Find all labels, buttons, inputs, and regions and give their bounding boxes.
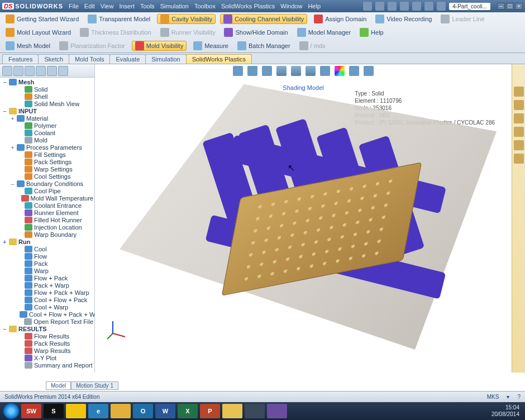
tree-mold-wall-temperature[interactable]: Mold Wall Temperature [2, 195, 93, 202]
tree-cool-warp[interactable]: Cool + Warp [2, 304, 93, 311]
cmd-show-hide-domain[interactable]: Show/Hide Domain [222, 27, 290, 37]
tree-flow[interactable]: Flow [2, 253, 93, 260]
panel-tab-icon[interactable] [13, 66, 23, 76]
taskbar-app[interactable] [245, 404, 265, 418]
cmd-getting-started-wizard[interactable]: Getting Started Wizard [3, 14, 81, 24]
cmd-cooling-channel-visibility[interactable]: Cooling Channel Visibility [220, 14, 307, 24]
menu-solidworks-plastics[interactable]: SolidWorks Plastics [221, 3, 275, 9]
model-tab-model[interactable]: Model [46, 381, 71, 390]
panel-tab-icon[interactable] [58, 66, 68, 76]
tab-simulation[interactable]: Simulation [145, 54, 186, 64]
tree-injection-location[interactable]: Injection Location [2, 224, 93, 231]
tree-open-report-text-file[interactable]: Open Report Text File [2, 318, 93, 326]
restore-button[interactable]: □ [506, 3, 514, 9]
print-icon[interactable] [400, 2, 409, 11]
taskbar-app[interactable] [222, 404, 242, 418]
cmd-transparent-model[interactable]: Transparent Model [85, 14, 152, 24]
appearances-icon[interactable] [514, 140, 524, 150]
expand-icon[interactable]: + [10, 116, 15, 122]
graphics-viewport[interactable]: Shading Model Type : Solid Element : 111… [95, 64, 512, 373]
tree-pack-warp[interactable]: Pack + Warp [2, 282, 93, 289]
start-button[interactable] [3, 403, 19, 419]
tab-sketch[interactable]: Sketch [38, 54, 69, 64]
tree-warp[interactable]: Warp [2, 268, 93, 275]
expand-icon[interactable]: + [10, 145, 15, 151]
tree-x-y-plot[interactable]: X-Y Plot [2, 355, 93, 362]
menu-insert[interactable]: Insert [119, 3, 135, 9]
cmd-mesh-model[interactable]: Mesh Model [3, 41, 52, 51]
status-dropdown-icon[interactable]: ▾ [507, 394, 509, 400]
file-explorer-icon[interactable] [514, 113, 524, 123]
tree-mold[interactable]: Mold [2, 137, 93, 144]
tab-features[interactable]: Features [2, 54, 39, 64]
menu-edit[interactable]: Edit [84, 3, 95, 9]
model-tab-motion-study-1[interactable]: Motion Study 1 [71, 381, 118, 390]
taskbar-app[interactable]: e [88, 404, 108, 418]
tree-flow-pack-warp[interactable]: Flow + Pack + Warp [2, 289, 93, 297]
new-icon[interactable] [363, 2, 372, 11]
tree-material[interactable]: +Material [2, 115, 93, 122]
status-units[interactable]: MKS [487, 394, 499, 400]
tree-fill-settings[interactable]: Fill Settings [2, 151, 93, 159]
cmd-model-manager[interactable]: Model Manager [295, 27, 353, 37]
view-palette-icon[interactable] [514, 127, 524, 137]
tree-run[interactable]: +Run [2, 238, 93, 246]
design-library-icon[interactable] [514, 100, 524, 110]
tree-solid-mesh-view[interactable]: Solid Mesh View [2, 101, 93, 108]
open-icon[interactable] [375, 2, 384, 11]
tree-filled-hot-runner[interactable]: Filled Hot Runner [2, 217, 93, 224]
tree-flow-pack[interactable]: Flow + Pack [2, 275, 93, 282]
menu-toolbox[interactable]: Toolbox [194, 3, 216, 9]
taskbar-app[interactable]: O [133, 404, 153, 418]
tree-coolant-entrance[interactable]: Coolant Entrance [2, 202, 93, 209]
tree-pack-results[interactable]: Pack Results [2, 340, 93, 347]
tree-cool-pipe[interactable]: Cool Pipe [2, 188, 93, 195]
tree-coolant[interactable]: Coolant [2, 130, 93, 137]
tab-solidworks-plastics[interactable]: SolidWorks Plastics [186, 54, 252, 64]
tree-input[interactable]: –INPUT [2, 108, 93, 115]
expand-icon[interactable]: – [2, 79, 7, 85]
taskbar-app[interactable] [267, 404, 287, 418]
taskbar-app[interactable]: SW [21, 404, 41, 418]
panel-tab-icon[interactable] [47, 66, 57, 76]
expand-icon[interactable]: + [2, 239, 7, 245]
menu-help[interactable]: Help [308, 3, 321, 9]
expand-icon[interactable]: – [10, 181, 15, 187]
tree-warp-results[interactable]: Warp Results [2, 347, 93, 355]
tree-shell[interactable]: Shell [2, 93, 93, 101]
custom-props-icon[interactable] [514, 154, 524, 164]
tree-cool-flow-pack-warp[interactable]: Cool + Flow + Pack + Warp [2, 311, 93, 318]
tree-results[interactable]: –RESULTS [2, 326, 93, 333]
tree-mesh[interactable]: –Mesh [2, 79, 93, 86]
taskbar-app[interactable]: S [44, 404, 64, 418]
tree-solid[interactable]: Solid [2, 86, 93, 93]
tree-runner-element[interactable]: Runner Element [2, 209, 93, 217]
taskbar-app[interactable]: W [155, 404, 175, 418]
taskbar-app[interactable]: P [200, 404, 220, 418]
panel-tab-icon[interactable] [2, 66, 12, 76]
taskbar-app[interactable]: X [178, 404, 198, 418]
menu-window[interactable]: Window [280, 3, 302, 9]
cmd-mold-visibility[interactable]: Mold Visibility [132, 41, 187, 51]
tree-pack[interactable]: Pack [2, 260, 93, 268]
cmd-measure[interactable]: Measure [191, 41, 231, 51]
resources-icon[interactable] [514, 87, 524, 97]
panel-tab-icon[interactable] [25, 66, 35, 76]
tree-warp-boundary[interactable]: Warp Boundary [2, 231, 93, 238]
tree-flow-results[interactable]: Flow Results [2, 333, 93, 340]
cmd-mold-layout-wizard[interactable]: Mold Layout Wizard [3, 27, 73, 37]
tree-pack-settings[interactable]: Pack Settings [2, 159, 93, 166]
panel-tab-icon[interactable] [36, 66, 46, 76]
undo-icon[interactable] [412, 2, 421, 11]
tree-polymer[interactable]: Polymer [2, 122, 93, 130]
expand-icon[interactable]: – [2, 108, 7, 114]
taskbar-clock[interactable]: 15:04 20/08/2014 [491, 404, 522, 418]
options-icon[interactable] [437, 2, 446, 11]
cmd-batch-manager[interactable]: Batch Manager [235, 41, 293, 51]
menu-view[interactable]: View [101, 3, 114, 9]
tab-mold-tools[interactable]: Mold Tools [69, 54, 110, 64]
expand-icon[interactable]: – [2, 326, 7, 332]
cmd-cavity-visibility[interactable]: Cavity Visibility [157, 14, 216, 24]
close-button[interactable]: × [515, 3, 523, 9]
menu-tools[interactable]: Tools [140, 3, 155, 9]
